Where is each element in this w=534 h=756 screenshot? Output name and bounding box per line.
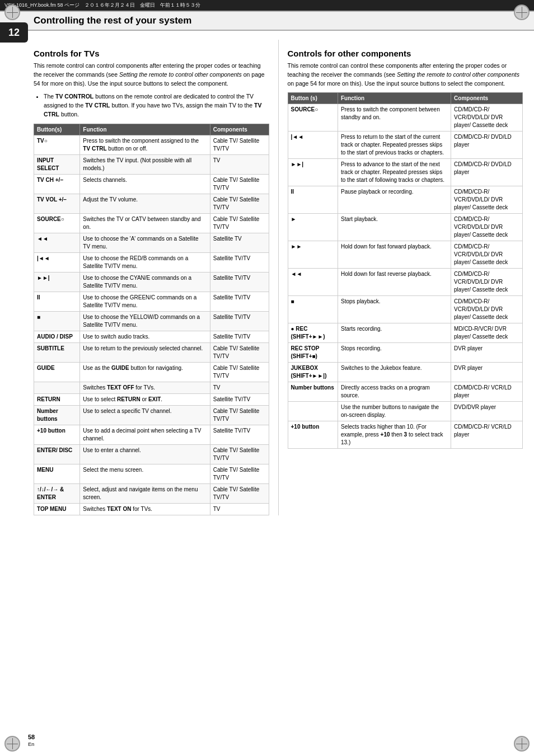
table-row: ◄◄Hold down for fast reverse playback.CD… [288,269,523,296]
left-section-body: This remote control can control componen… [34,62,269,88]
chapter-title: Controlling the rest of your system [34,15,191,26]
left-table-header-components: Components [210,124,269,135]
table-row: ■Use to choose the YELLOW/D commands on … [34,311,269,331]
corner-decoration-br [514,736,530,752]
corner-decoration-bl [4,736,20,752]
table-row: TV VOL +/–Adjust the TV volume.Cable TV/… [34,194,269,213]
page-number: 58 [28,734,35,740]
table-row: IIUse to choose the GREEN/C commands on … [34,292,269,311]
table-row: ● REC (SHIFT+►►)Starts recording.MD/CD-R… [288,323,523,343]
table-row: JUKEBOX (SHIFT+►►|)Switches to the Jukeb… [288,363,523,382]
table-row: SOURCE○Switches the TV or CATV between s… [34,213,269,233]
table-row: ENTER/ DISCUse to enter a channel.Cable … [34,444,269,464]
table-row: ►►|Use to choose the CYAN/E commands on … [34,272,269,292]
table-row: Number buttonsDirectly access tracks on … [288,382,523,402]
main-layout: Controls for TVs This remote control can… [0,40,534,515]
table-row: INPUT SELECTSwitches the TV input. (Not … [34,154,269,174]
table-row: GUIDEUse as the GUIDE button for navigat… [34,362,269,382]
table-row: +10 buttonSelects tracks higher than 10.… [288,421,523,449]
table-row: |◄◄Press to return to the start of the c… [288,132,523,159]
chapter-number: 12 [8,27,20,39]
table-row: ►Start playback.CD/MD/CD-R/ VCR/DVD/LD/ … [288,214,523,241]
corner-decoration-tr [514,4,530,20]
right-section-title: Controls for other components [288,49,523,58]
right-column: Controls for other components This remot… [279,40,523,515]
table-row: |◄◄Use to choose the RED/B commands on a… [34,252,269,272]
top-bar-text: VSX-1016_HY.book.fm 58 ページ ２０１６年２月２４日 金曜… [4,2,200,9]
table-row: Number buttonsUse to select a specific T… [34,405,269,425]
table-row: AUDIO / DISPUse to switch audio tracks.S… [34,331,269,342]
table-row: SOURCE○Press to switch the component bet… [288,104,523,132]
table-row: ►►Hold down for fast forward playback.CD… [288,241,523,269]
page-footer: 58 En [28,734,35,747]
table-row: +10 buttonUse to add a decimal point whe… [34,425,269,444]
right-table-header-button: Button (s) [288,93,338,104]
left-bullet-list: The TV CONTROL buttons on the remote con… [44,92,269,119]
chapter-header: Controlling the rest of your system [0,11,534,31]
table-row: REC STOP (SHIFT+■)Stops recording.DVR pl… [288,343,523,363]
table-row: Use the number buttons to navigate the o… [288,402,523,421]
table-row: Switches TEXT OFF for TVs.TV [34,382,269,393]
table-row: TV○Press to switch the component assigne… [34,135,269,154]
right-table: Button (s) Function Components SOURCE○Pr… [288,92,523,449]
table-row: MENUSelect the menu screen.Cable TV/ Sat… [34,464,269,483]
table-row: ◄◄Use to choose the 'A' commands on a Sa… [34,233,269,252]
right-table-header-function: Function [338,93,451,104]
table-row: ■Stops playback.CD/MD/CD-R/ VCR/DVD/LD/ … [288,296,523,323]
left-section-title: Controls for TVs [34,49,269,58]
table-row: IIPause playback or recording.CD/MD/CD-R… [288,186,523,214]
left-column: Controls for TVs This remote control can… [34,40,279,515]
corner-decoration-tl [4,4,20,20]
page-lang: En [28,741,35,747]
table-row: ►►|Press to advance to the start of the … [288,159,523,186]
table-row: TOP MENUSwitches TEXT ON for TVs.TV [34,503,269,515]
table-row: RETURNUse to select RETURN or EXIT.Satel… [34,393,269,405]
table-row: SUBTITLEUse to return to the previously … [34,342,269,362]
left-bullet-item: The TV CONTROL buttons on the remote con… [44,92,269,119]
right-table-header-components: Components [451,93,523,104]
right-section-body: This remote control can control these co… [288,62,523,88]
left-table-header-button: Button(s) [34,124,80,135]
table-row: TV CH +/–Selects channels.Cable TV/ Sate… [34,174,269,194]
top-bar: VSX-1016_HY.book.fm 58 ページ ２０１６年２月２４日 金曜… [0,0,534,11]
left-table-header-function: Function [80,124,210,135]
left-table: Button(s) Function Components TV○Press t… [34,124,269,515]
table-row: ↑/↓/←/→ & ENTERSelect, adjust and naviga… [34,483,269,503]
page-number-tab: 12 [0,22,28,43]
